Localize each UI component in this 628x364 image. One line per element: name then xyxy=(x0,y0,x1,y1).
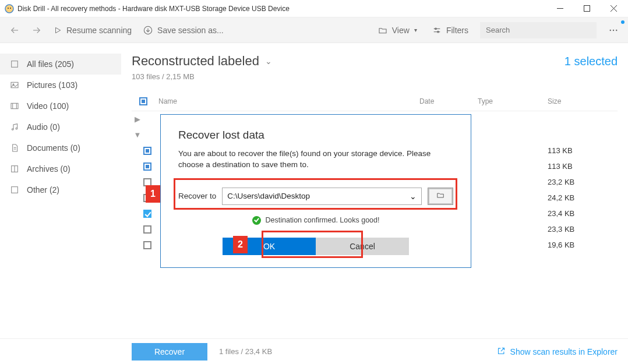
sidebar-item-video[interactable]: Video (100) xyxy=(0,96,121,116)
cancel-button[interactable]: Cancel xyxy=(316,238,409,255)
resume-label: Resume scanning xyxy=(66,26,132,35)
minimize-button[interactable] xyxy=(546,0,573,17)
svg-point-25 xyxy=(12,129,13,130)
svg-point-18 xyxy=(616,29,617,30)
sidebar-item-all-files[interactable]: All files (205) xyxy=(0,54,121,75)
sidebar: All files (205) Pictures (103) Video (10… xyxy=(0,43,121,338)
back-button[interactable] xyxy=(6,23,23,38)
size-cell: 23,3 KB xyxy=(548,225,618,234)
sidebar-item-label: All files (205) xyxy=(27,59,74,69)
folder-icon xyxy=(378,26,387,35)
expand-icon[interactable]: ▶ xyxy=(132,115,143,123)
more-button[interactable] xyxy=(605,23,622,38)
search-input[interactable] xyxy=(480,22,597,38)
recover-to-label: Recover to xyxy=(178,192,216,200)
documents-icon xyxy=(9,143,20,153)
save-session-button[interactable]: Save session as... xyxy=(140,23,227,37)
sidebar-item-label: Archives (0) xyxy=(27,164,70,174)
filters-label: Filters xyxy=(446,26,468,35)
size-cell: 24,2 KB xyxy=(548,193,618,202)
sidebar-item-label: Audio (0) xyxy=(27,122,60,132)
browse-button[interactable] xyxy=(428,188,453,205)
pictures-icon xyxy=(9,80,20,90)
filters-button[interactable]: Filters xyxy=(429,23,472,37)
resume-scanning-button[interactable]: Resume scanning xyxy=(50,23,135,37)
titlebar: Disk Drill - All recovery methods - Hard… xyxy=(0,0,628,17)
forward-button[interactable] xyxy=(28,23,45,38)
row-checkbox[interactable] xyxy=(143,162,151,171)
annotation-marker-1: 1 xyxy=(146,185,160,203)
ellipsis-icon xyxy=(608,25,619,36)
svg-rect-19 xyxy=(12,61,18,68)
svg-marker-9 xyxy=(56,27,61,33)
sidebar-item-documents[interactable]: Documents (0) xyxy=(0,137,121,158)
svg-rect-4 xyxy=(584,6,590,12)
window-title: Disk Drill - All recovery methods - Hard… xyxy=(17,5,290,13)
sidebar-item-label: Video (100) xyxy=(27,101,69,111)
row-checkbox[interactable] xyxy=(143,241,151,249)
download-icon xyxy=(143,26,153,35)
arrow-left-icon xyxy=(9,25,20,36)
audio-icon xyxy=(9,122,20,132)
sidebar-item-label: Documents (0) xyxy=(27,143,80,153)
close-button[interactable] xyxy=(600,0,627,17)
row-checkbox[interactable] xyxy=(143,147,151,155)
other-icon xyxy=(9,185,20,195)
sidebar-item-audio[interactable]: Audio (0) xyxy=(0,116,121,137)
sidebar-item-other[interactable]: Other (2) xyxy=(0,179,121,200)
app-icon xyxy=(5,4,14,13)
row-checkbox[interactable] xyxy=(143,225,151,234)
open-external-icon xyxy=(497,347,506,357)
view-dropdown[interactable]: View ▾ xyxy=(375,23,421,37)
folder-icon xyxy=(435,191,446,201)
confirm-text: Destination confirmed. Looks good! xyxy=(266,216,380,224)
recover-dialog: Recover lost data You are about to recov… xyxy=(160,114,471,268)
svg-point-1 xyxy=(8,8,9,9)
svg-rect-22 xyxy=(11,103,18,108)
size-cell: 23,4 KB xyxy=(548,209,618,218)
collapse-icon[interactable]: ▼ xyxy=(132,130,143,139)
all-files-icon xyxy=(9,59,20,69)
row-checkbox[interactable] xyxy=(143,210,151,218)
annotation-marker-2: 2 xyxy=(233,236,248,253)
size-cell: 19,6 KB xyxy=(548,241,618,249)
svg-point-0 xyxy=(5,5,13,13)
chevron-down-icon: ▾ xyxy=(414,27,417,33)
column-date[interactable]: Date xyxy=(419,97,478,105)
select-all-checkbox[interactable] xyxy=(139,97,147,105)
footer-link-label: Show scan results in Explorer xyxy=(510,347,618,356)
notification-dot-icon xyxy=(621,20,625,24)
sidebar-item-label: Other (2) xyxy=(27,185,59,195)
save-session-label: Save session as... xyxy=(157,26,224,35)
column-size[interactable]: Size xyxy=(548,97,618,105)
sidebar-item-label: Pictures (103) xyxy=(27,80,77,90)
recover-button[interactable]: Recover xyxy=(132,343,207,361)
svg-rect-31 xyxy=(12,187,18,193)
size-cell: 113 KB xyxy=(548,162,618,171)
destination-path: C:\Users\david\Desktop xyxy=(227,192,310,200)
table-header: Name Date Type Size xyxy=(132,91,618,111)
main-subline: 103 files / 2,15 MB xyxy=(132,72,272,81)
bottom-bar: Recover 1 files / 23,4 KB Show scan resu… xyxy=(0,338,628,364)
dialog-title: Recover lost data xyxy=(178,129,453,142)
column-name[interactable]: Name xyxy=(155,97,419,105)
sidebar-item-archives[interactable]: Archives (0) xyxy=(0,158,121,179)
column-type[interactable]: Type xyxy=(478,97,548,105)
destination-dropdown[interactable]: C:\Users\david\Desktop ⌄ xyxy=(222,188,422,205)
sidebar-item-pictures[interactable]: Pictures (103) xyxy=(0,75,121,96)
svg-point-16 xyxy=(610,29,611,30)
footer-status: 1 files / 23,4 KB xyxy=(219,347,272,356)
chevron-down-icon[interactable]: ⌄ xyxy=(265,56,272,66)
main-heading[interactable]: Reconstructed labeled xyxy=(132,54,259,69)
size-cell: 23,2 KB xyxy=(548,178,618,186)
svg-point-2 xyxy=(10,8,11,9)
check-icon xyxy=(252,216,261,225)
video-icon xyxy=(9,101,20,111)
arrow-right-icon xyxy=(31,25,42,36)
dialog-body: You are about to recover the file(s) fou… xyxy=(178,149,453,171)
play-icon xyxy=(54,26,62,34)
maximize-button[interactable] xyxy=(573,0,600,17)
selected-count: 1 selected xyxy=(565,55,618,68)
show-in-explorer-link[interactable]: Show scan results in Explorer xyxy=(497,347,618,357)
view-label: View xyxy=(392,26,410,35)
